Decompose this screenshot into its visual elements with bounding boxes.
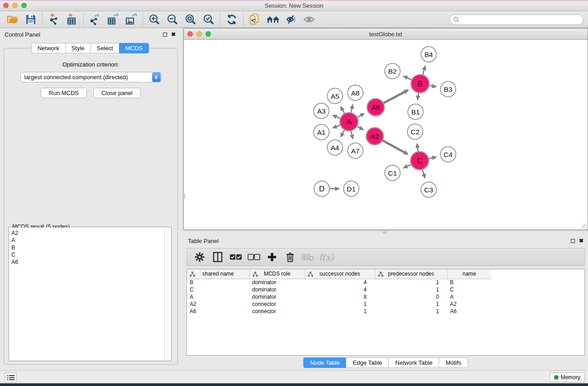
- close-table-panel-icon[interactable]: ✖: [579, 238, 583, 243]
- horizontal-splitter-handle[interactable]: [382, 231, 387, 234]
- node-C3[interactable]: C3: [421, 182, 436, 197]
- deselect-all-button[interactable]: [246, 250, 262, 264]
- edge-C-C2[interactable]: [417, 144, 418, 152]
- column-header-MCDS-role[interactable]: MCDS role: [249, 269, 305, 279]
- eye-button[interactable]: [300, 12, 318, 27]
- duplicate-network-button[interactable]: [246, 12, 264, 27]
- edge-B-B4[interactable]: [423, 66, 425, 75]
- task-history-button[interactable]: [5, 372, 17, 382]
- edge-C-C3[interactable]: [422, 170, 425, 178]
- node-A5[interactable]: A5: [327, 88, 343, 104]
- export-image-button[interactable]: [122, 12, 140, 27]
- node-B3[interactable]: B3: [440, 81, 456, 97]
- table-row-A6[interactable]: A6connector11A6: [187, 308, 491, 315]
- float-table-panel-icon[interactable]: [571, 239, 575, 243]
- float-panel-icon[interactable]: [163, 33, 167, 37]
- tab-style[interactable]: Style: [65, 43, 91, 53]
- tab-motifs[interactable]: Motifs: [439, 357, 468, 368]
- edge-A6-B[interactable]: [384, 90, 408, 103]
- tab-network-table[interactable]: Network Table: [388, 357, 439, 368]
- tab-network[interactable]: Network: [31, 43, 65, 53]
- edge-A-A3[interactable]: [333, 115, 340, 118]
- node-A1[interactable]: A1: [314, 124, 329, 140]
- edge-C-C4[interactable]: [429, 157, 436, 159]
- edge-A-A2[interactable]: [357, 126, 363, 130]
- node-A[interactable]: A: [340, 113, 358, 131]
- edge-B-B3[interactable]: [430, 86, 436, 87]
- zoom-in-button[interactable]: [145, 12, 163, 27]
- open-session-button[interactable]: [4, 12, 22, 27]
- edge-A-A6[interactable]: [357, 114, 364, 117]
- node-C4[interactable]: C4: [440, 147, 456, 162]
- function-builder-button[interactable]: f(x): [318, 250, 335, 264]
- run-mcds-button[interactable]: Run MCDS: [41, 88, 87, 98]
- edge-B-B2[interactable]: [404, 76, 411, 80]
- node-C1[interactable]: C1: [385, 165, 400, 181]
- import-table-button[interactable]: [63, 12, 81, 27]
- zoom-out-button[interactable]: [163, 12, 182, 27]
- edge-A-A8[interactable]: [351, 105, 353, 112]
- node-A7[interactable]: A7: [348, 143, 363, 158]
- edge-A2-C[interactable]: [383, 141, 408, 154]
- edge-A-A1[interactable]: [333, 125, 340, 128]
- result-item[interactable]: A6: [11, 258, 163, 266]
- result-item[interactable]: A: [11, 237, 163, 244]
- edge-A-A5[interactable]: [341, 107, 344, 114]
- column-header-name[interactable]: name: [447, 269, 491, 279]
- overview-button[interactable]: [264, 12, 282, 27]
- node-A8[interactable]: A8: [348, 85, 363, 100]
- optimization-criterion-select[interactable]: largest connected component (directed): [20, 72, 162, 82]
- hide-details-button[interactable]: [282, 12, 300, 27]
- edge-C-C1[interactable]: [404, 165, 411, 168]
- node-B1[interactable]: B1: [408, 104, 423, 119]
- zoom-selected-button[interactable]: [200, 12, 218, 27]
- vertical-splitter-handle[interactable]: [182, 194, 185, 199]
- table-row-B[interactable]: Bdominator41B: [187, 279, 491, 286]
- window-resize-grip[interactable]: [582, 224, 587, 229]
- result-item[interactable]: B: [11, 244, 163, 251]
- tab-node-table[interactable]: Node Table: [303, 357, 346, 368]
- export-table-button[interactable]: [104, 12, 122, 27]
- show-column-button[interactable]: [210, 250, 226, 264]
- node-A2[interactable]: A2: [366, 128, 383, 145]
- delete-button[interactable]: [282, 250, 298, 264]
- export-network-button[interactable]: [86, 12, 104, 27]
- select-all-button[interactable]: [228, 250, 244, 264]
- node-A4[interactable]: A4: [327, 140, 343, 155]
- result-scrollbar[interactable]: [164, 228, 171, 360]
- column-header-predecessor-nodes[interactable]: predecessor nodes: [375, 269, 447, 279]
- network-window-titlebar[interactable]: testGlobe.txt: [184, 29, 588, 40]
- close-panel-button[interactable]: Close panel: [93, 88, 141, 98]
- node-B4[interactable]: B4: [421, 47, 436, 62]
- apply-layout-button[interactable]: [223, 12, 241, 27]
- memory-button[interactable]: Memory: [550, 372, 585, 382]
- mcds-result-list[interactable]: A2ABCA6: [10, 228, 164, 360]
- table-row-A2[interactable]: A2connector11A2: [187, 300, 491, 308]
- delete-table-button[interactable]: [300, 250, 316, 264]
- add-column-button[interactable]: [264, 250, 280, 264]
- node-B[interactable]: B: [411, 75, 429, 93]
- tab-edge-table[interactable]: Edge Table: [346, 357, 388, 368]
- edge-A-A7[interactable]: [351, 131, 353, 139]
- node-B2[interactable]: B2: [385, 63, 400, 79]
- import-network-button[interactable]: [45, 12, 63, 27]
- node-D1[interactable]: D1: [344, 181, 359, 196]
- zoom-fit-button[interactable]: [182, 12, 200, 27]
- node-C[interactable]: C: [411, 152, 429, 170]
- save-session-button[interactable]: [22, 12, 40, 27]
- node-D[interactable]: D: [314, 181, 330, 196]
- table-row-C[interactable]: Cdominator41C: [187, 286, 491, 293]
- network-canvas[interactable]: B4B2BB3A8A5A6A3B1AA1C2A2A4A7C4CC1C3DD1: [184, 40, 588, 229]
- close-panel-icon[interactable]: ✖: [171, 32, 176, 37]
- edge-A-A4[interactable]: [341, 130, 344, 137]
- node-C2[interactable]: C2: [407, 124, 423, 139]
- tab-select[interactable]: Select: [91, 43, 119, 53]
- result-item[interactable]: A2: [11, 229, 163, 237]
- column-header-shared-name[interactable]: shared name: [187, 269, 249, 279]
- table-settings-button[interactable]: [191, 250, 208, 264]
- edge-B-B1[interactable]: [417, 93, 418, 100]
- search-input[interactable]: [459, 15, 583, 24]
- tab-mcds[interactable]: MCDS: [119, 43, 149, 53]
- table-row-A[interactable]: Adominator80A: [187, 293, 491, 300]
- result-item[interactable]: C: [11, 251, 163, 258]
